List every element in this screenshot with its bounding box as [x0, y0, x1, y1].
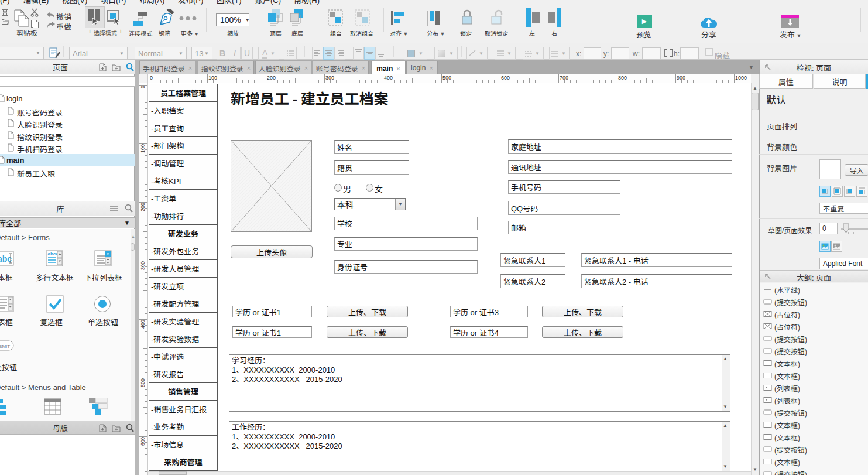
- svg-text:abc: abc: [0, 254, 12, 264]
- svg-text:abcd: abcd: [48, 251, 59, 257]
- svg-text:SUBMIT: SUBMIT: [0, 344, 10, 349]
